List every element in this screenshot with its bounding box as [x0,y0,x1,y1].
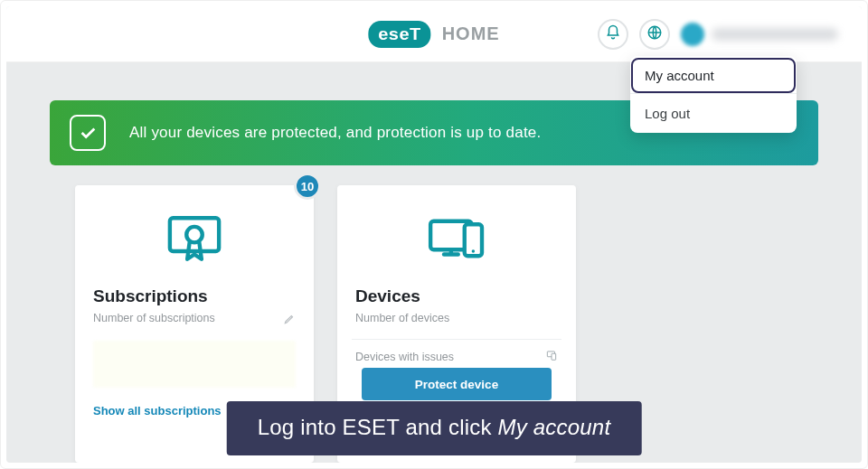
protect-device-button[interactable]: Protect device [362,368,552,400]
top-right-controls [598,19,838,50]
app-window: eseT HOME [6,6,862,463]
card-divider [352,339,561,340]
devices-subtitle: Number of devices [355,312,558,324]
subscriptions-subtitle: Number of subscriptions [93,312,215,324]
svg-rect-6 [552,353,556,360]
profile-name-blurred [712,28,838,41]
globe-icon [646,24,663,44]
svg-point-4 [472,249,476,253]
instruction-caption: Log into ESET and click My account [227,401,642,455]
svg-point-1 [186,227,203,243]
eset-wordmark: eseT [368,21,430,48]
subscriptions-value-blurred [93,341,296,388]
menu-separator [630,93,797,94]
caption-em: My account [498,415,611,439]
menu-my-account[interactable]: My account [633,60,794,91]
subscriptions-count-badge: 10 [294,173,321,200]
bell-icon [605,24,621,44]
language-button[interactable] [639,19,670,50]
edit-icon[interactable] [283,313,296,328]
certificate-icon [163,207,226,274]
top-bar: eseT HOME [6,6,862,62]
status-text: All your devices are protected, and prot… [129,124,541,142]
devices-title: Devices [355,286,558,306]
avatar [681,23,704,46]
profile-menu-trigger[interactable] [681,23,838,46]
devices-issues-icon [545,349,558,364]
notifications-button[interactable] [598,19,628,50]
menu-log-out[interactable]: Log out [630,96,797,131]
brand-logo[interactable]: eseT HOME [368,21,499,48]
brand-home-label: HOME [442,23,500,44]
screenshot-frame: eseT HOME [0,0,868,469]
profile-dropdown: My account Log out [630,56,797,133]
devices-icon [425,207,488,274]
caption-text: Log into ESET and click [258,415,498,439]
status-check-icon [70,115,106,151]
subscriptions-title: Subscriptions [93,286,296,306]
devices-issues-label: Devices with issues [355,351,454,363]
